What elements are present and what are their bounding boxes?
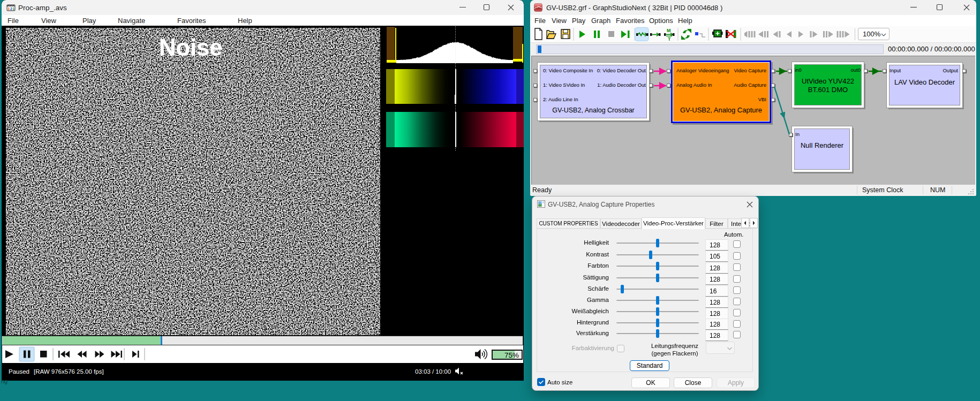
svg-text:M: M: [667, 28, 671, 33]
svg-text:1: 1: [13, 7, 15, 11]
svg-text:2: 2: [10, 7, 12, 11]
svg-text:3: 3: [7, 7, 10, 11]
svg-text:T: T: [668, 36, 671, 42]
